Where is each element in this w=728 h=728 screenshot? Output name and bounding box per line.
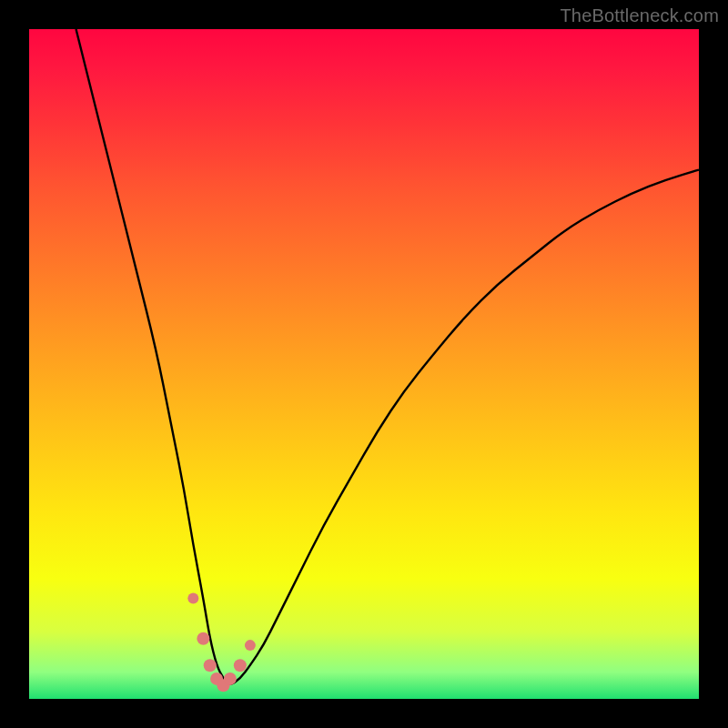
marker-layer [187,593,256,693]
curve-layer [76,29,699,683]
watermark-text: TheBottleneck.com [560,5,719,26]
plot-area [29,29,699,699]
marker-point [187,593,198,604]
marker-point [245,640,256,651]
chart-frame: TheBottleneck.com [0,0,728,728]
marker-point [197,632,209,645]
marker-point [234,659,247,672]
chart-svg [29,29,699,699]
bottleneck-curve [76,29,699,683]
marker-point [204,659,217,672]
marker-point [224,672,237,685]
